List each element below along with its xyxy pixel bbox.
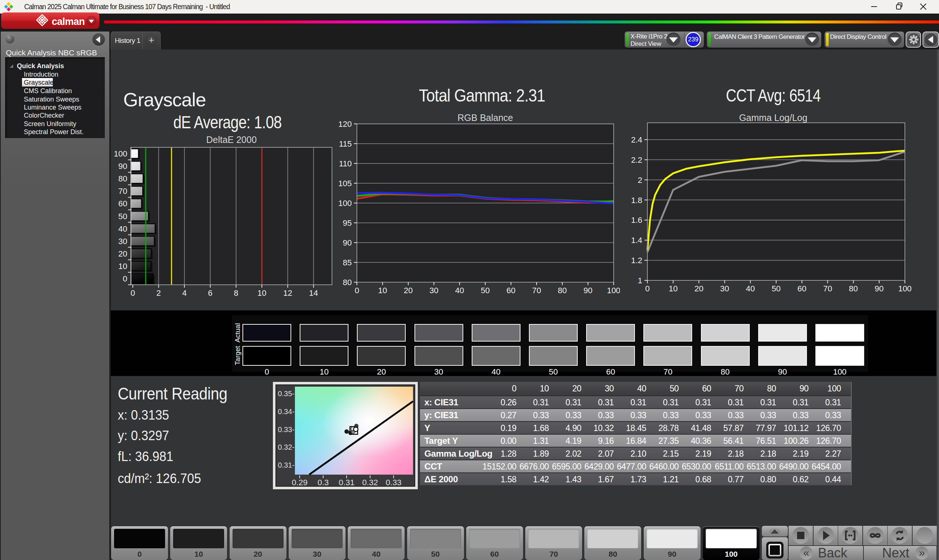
svg-text:60: 60 [119, 199, 127, 208]
svg-text:70: 70 [119, 186, 127, 196]
svg-text:0: 0 [131, 288, 135, 297]
svg-text:105: 105 [338, 179, 352, 188]
svg-text:8: 8 [234, 288, 238, 297]
svg-text:100: 100 [607, 286, 620, 295]
svg-text:50: 50 [481, 286, 490, 295]
svg-text:80: 80 [119, 174, 127, 183]
svg-text:Gamma Log/Log: Gamma Log/Log [739, 112, 807, 123]
svg-text:30: 30 [720, 284, 729, 293]
svg-text:0.34-: 0.34- [278, 408, 294, 415]
svg-text:20: 20 [119, 249, 127, 258]
svg-text:100: 100 [898, 284, 912, 293]
svg-text:0.32-: 0.32- [278, 443, 294, 451]
svg-text:80: 80 [343, 278, 352, 287]
svg-text:0.29: 0.29 [292, 478, 308, 487]
svg-text:1.2: 1.2 [631, 256, 642, 265]
svg-text:40: 40 [455, 286, 464, 295]
svg-text:12: 12 [283, 288, 292, 297]
svg-text:80: 80 [558, 286, 567, 295]
svg-text:0.31-: 0.31- [278, 461, 294, 469]
svg-text:10: 10 [119, 262, 127, 271]
svg-text:2.4: 2.4 [631, 135, 642, 145]
svg-text:0: 0 [123, 274, 127, 283]
svg-text:20: 20 [694, 284, 703, 293]
svg-text:60: 60 [507, 286, 515, 295]
svg-text:0.3: 0.3 [318, 478, 329, 487]
svg-text:0.33-: 0.33- [278, 426, 294, 434]
svg-text:90: 90 [119, 162, 127, 171]
svg-text:0.33: 0.33 [386, 478, 402, 487]
svg-text:110: 110 [339, 159, 352, 168]
svg-text:0.31: 0.31 [339, 478, 355, 487]
svg-text:RGB Balance: RGB Balance [457, 112, 513, 123]
svg-text:90: 90 [343, 238, 352, 248]
svg-text:0: 0 [355, 286, 359, 295]
svg-text:30: 30 [119, 237, 127, 246]
svg-text:40: 40 [746, 284, 755, 293]
svg-text:100: 100 [338, 198, 352, 208]
svg-text:85: 85 [343, 258, 352, 267]
svg-text:2.2: 2.2 [631, 155, 642, 165]
svg-text:90: 90 [584, 286, 592, 295]
svg-text:0.35-: 0.35- [278, 389, 294, 398]
svg-text:0.32: 0.32 [362, 478, 378, 487]
svg-text:50: 50 [772, 284, 780, 293]
svg-text:2: 2 [638, 175, 642, 185]
svg-text:1.4: 1.4 [631, 235, 642, 245]
svg-text:120: 120 [338, 120, 352, 129]
svg-text:70: 70 [532, 286, 541, 295]
svg-text:30: 30 [430, 286, 438, 295]
svg-text:80: 80 [849, 284, 857, 293]
svg-text:115: 115 [339, 139, 352, 148]
svg-text:20: 20 [404, 286, 413, 295]
svg-text:4: 4 [182, 288, 187, 297]
svg-text:2: 2 [156, 288, 161, 297]
svg-text:1.8: 1.8 [631, 196, 642, 205]
svg-text:50: 50 [119, 212, 127, 221]
svg-text:1: 1 [638, 276, 642, 285]
svg-text:10: 10 [669, 284, 677, 293]
svg-text:100: 100 [114, 149, 127, 158]
svg-text:DeltaE 2000: DeltaE 2000 [206, 134, 257, 145]
svg-text:70: 70 [823, 284, 832, 293]
svg-text:40: 40 [119, 224, 127, 234]
svg-text:95: 95 [343, 218, 352, 228]
svg-text:1.6: 1.6 [631, 215, 642, 225]
svg-text:6: 6 [208, 288, 212, 297]
svg-text:0: 0 [645, 284, 649, 293]
svg-text:14: 14 [309, 288, 318, 297]
svg-text:60: 60 [797, 284, 806, 293]
svg-text:10: 10 [257, 288, 266, 297]
svg-text:90: 90 [875, 284, 883, 293]
svg-text:10: 10 [378, 286, 387, 295]
